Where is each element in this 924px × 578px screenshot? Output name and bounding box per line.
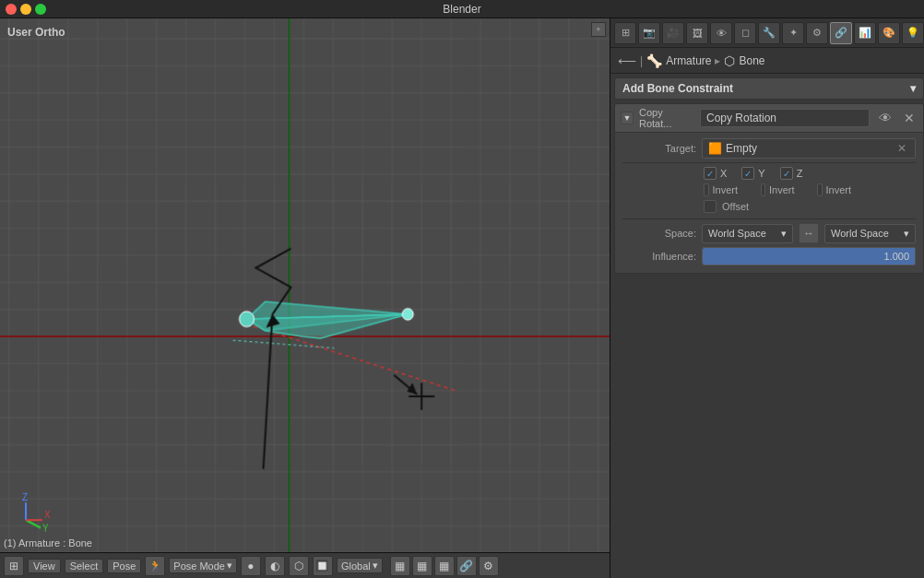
space-to-value: World Space: [831, 228, 889, 239]
panel-topbar: ⊞ 📷 🎥 🖼 👁 ◻ 🔧 ✦ ⚙ 🔗 📊 🎨 💡: [610, 18, 924, 48]
invert-z-checkbox[interactable]: [817, 183, 823, 196]
tb-icon-render[interactable]: 🎥: [662, 22, 684, 44]
properties-content: Add Bone Constraint ▾ ▼ Copy Rotat... 👁: [610, 74, 924, 578]
viewport-canvas: [0, 18, 610, 578]
layout-icon-3[interactable]: ▦: [434, 556, 455, 576]
influence-row: Influence: 1.000: [622, 247, 916, 265]
y-checkbox[interactable]: [741, 167, 754, 180]
target-row: Target: 🟧 Empty ✕: [622, 138, 916, 159]
constraint-box: ▼ Copy Rotat... 👁 ✕ Target:: [614, 103, 924, 274]
invert-y-item: Invert: [761, 183, 803, 196]
offset-row: Offset: [622, 200, 916, 213]
tb-icon-particles[interactable]: ✦: [782, 22, 804, 44]
viewport-overlay-icon[interactable]: 🔲: [313, 556, 333, 576]
z-label: Z: [797, 168, 803, 179]
x-checkbox-item: X: [704, 167, 727, 180]
tb-icon-object[interactable]: ◻: [734, 22, 756, 44]
space-row: Space: World Space ▾ ↔ World Space ▾: [622, 223, 916, 243]
layout-icon-1[interactable]: ▦: [390, 556, 410, 576]
right-panel: ⊞ 📷 🎥 🖼 👁 ◻ 🔧 ✦ ⚙ 🔗 📊 🎨 💡 ⟵ | 🦴 Armature…: [610, 18, 924, 578]
y-label: Y: [758, 168, 764, 179]
breadcrumb-bone[interactable]: Bone: [739, 54, 764, 67]
constraint-header: ▼ Copy Rotat... 👁 ✕: [615, 104, 923, 133]
window-controls: [6, 4, 46, 15]
pose-icon[interactable]: 🏃: [145, 556, 165, 576]
tb-icon-output[interactable]: 🖼: [686, 22, 708, 44]
separator-1: [622, 162, 916, 163]
invert-x-checkbox[interactable]: [704, 183, 709, 196]
select-menu-button[interactable]: Select: [65, 559, 104, 573]
x-checkbox[interactable]: [704, 167, 717, 180]
x-label: X: [720, 168, 727, 179]
viewport-sphere-icon[interactable]: ●: [241, 556, 261, 576]
invert-row: Invert Invert Invert: [622, 183, 916, 196]
z-checkbox-item: Z: [780, 167, 803, 180]
constraint-visibility-button[interactable]: 👁: [875, 108, 895, 128]
invert-z-label: Invert: [826, 184, 859, 195]
tb-icon-scene[interactable]: 📷: [638, 22, 660, 44]
target-input[interactable]: 🟧 Empty ✕: [702, 138, 916, 159]
separator-2: [622, 218, 916, 219]
tb-icon-shading[interactable]: 💡: [902, 22, 924, 44]
maximize-button[interactable]: [35, 4, 46, 15]
minimize-button[interactable]: [20, 4, 31, 15]
invert-x-item: Invert: [704, 183, 746, 196]
viewport-toolbar: ⊞ View Select Pose 🏃 Pose Mode ▾ ● ◐ ⬡ 🔲…: [0, 552, 610, 578]
tb-icon-modifier[interactable]: 🔧: [758, 22, 780, 44]
offset-checkbox[interactable]: [704, 200, 717, 213]
space-arrow-icon: ↔: [803, 227, 814, 240]
pose-mode-dropdown[interactable]: Pose Mode ▾: [169, 558, 237, 573]
pose-mode-label: Pose Mode: [173, 560, 225, 572]
layout-icon-5[interactable]: ⚙: [479, 556, 499, 576]
layout-icon-4[interactable]: 🔗: [456, 556, 477, 576]
z-checkbox[interactable]: [780, 167, 793, 180]
breadcrumb-bar: ⟵ | 🦴 Armature ▸ ⬡ Bone: [610, 48, 924, 74]
section-header-expand-icon: ▾: [910, 82, 916, 95]
space-swap-button[interactable]: ↔: [799, 223, 819, 243]
titlebar: Blender: [0, 0, 924, 18]
bone-icon: ⬡: [724, 53, 735, 68]
invert-z-item: Invert: [817, 183, 859, 196]
main-layout: User Ortho + (1) Armature : Bone ⊞ View …: [0, 18, 924, 578]
tb-icon-material[interactable]: 🎨: [878, 22, 900, 44]
constraint-close-button[interactable]: ✕: [901, 110, 918, 126]
target-object-icon: 🟧: [708, 142, 722, 155]
target-clear-button[interactable]: ✕: [894, 141, 909, 156]
tb-icon-physics[interactable]: ⚙: [806, 22, 828, 44]
space-from-value: World Space: [708, 228, 766, 239]
close-icon: ✕: [904, 111, 915, 125]
armature-icon: 🦴: [646, 53, 662, 68]
viewport-corner[interactable]: +: [591, 22, 606, 37]
space-to-dropdown[interactable]: World Space ▾: [824, 224, 916, 243]
3d-viewport[interactable]: User Ortho + (1) Armature : Bone ⊞ View …: [0, 18, 610, 578]
space-from-chevron: ▾: [781, 228, 787, 240]
tb-icon-constraint[interactable]: 🔗: [830, 22, 852, 44]
invert-y-label: Invert: [769, 184, 802, 195]
invert-y-checkbox[interactable]: [761, 183, 766, 196]
tb-icon-view[interactable]: 👁: [710, 22, 732, 44]
breadcrumb-armature[interactable]: Armature: [666, 54, 711, 67]
pose-menu-button[interactable]: Pose: [107, 559, 141, 573]
transform-space-chevron: ▾: [373, 560, 378, 572]
constraint-name-input[interactable]: [700, 109, 870, 127]
constraint-expand-button[interactable]: ▼: [621, 112, 634, 124]
tb-icon-data[interactable]: 📊: [854, 22, 876, 44]
close-button[interactable]: [6, 4, 17, 15]
influence-label: Influence:: [622, 251, 696, 262]
space-from-dropdown[interactable]: World Space ▾: [702, 224, 793, 243]
constraint-name-short: Copy Rotat...: [639, 107, 694, 129]
viewport-shading2-icon[interactable]: ⬡: [289, 556, 309, 576]
viewport-shading-icon[interactable]: ◐: [265, 556, 285, 576]
tb-icon-grid[interactable]: ⊞: [614, 22, 636, 44]
influence-slider[interactable]: 1.000: [702, 247, 916, 265]
viewport-grid-button[interactable]: ⊞: [4, 556, 24, 576]
constraint-expand-icon: ▼: [623, 113, 632, 123]
layout-icon-2[interactable]: ▦: [412, 556, 432, 576]
view-menu-button[interactable]: View: [28, 559, 61, 573]
breadcrumb-home-icon[interactable]: ⟵: [618, 52, 636, 70]
transform-space-label: Global: [341, 560, 371, 572]
transform-space-dropdown[interactable]: Global ▾: [337, 558, 383, 573]
app-title: Blender: [443, 3, 480, 16]
constraint-body: Target: 🟧 Empty ✕ X: [615, 133, 923, 273]
add-bone-constraint-header[interactable]: Add Bone Constraint ▾: [614, 77, 924, 100]
